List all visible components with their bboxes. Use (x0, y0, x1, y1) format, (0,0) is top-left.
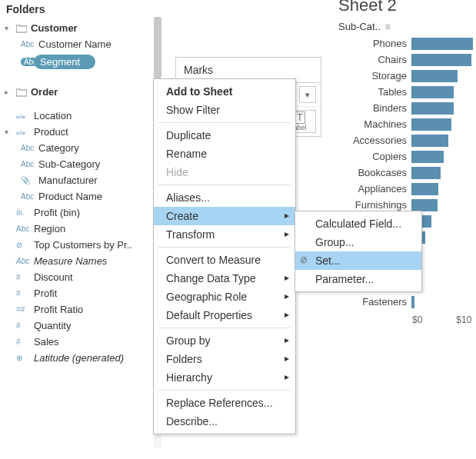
folder-product[interactable]: ▾ ₒ₀ₒ Product (3, 124, 157, 140)
chart-row[interactable]: Storage (338, 68, 473, 84)
field-profit[interactable]: ▸ # Profit (3, 285, 157, 301)
menu-geographic-role[interactable]: Geographic Role▸ (154, 288, 295, 306)
number-type-icon: # (16, 321, 30, 330)
field-label: Latitude (generated) (34, 352, 124, 364)
field-manufacturer[interactable]: 📎 Manufacturer (3, 172, 157, 188)
menu-convert-to-measure[interactable]: Convert to Measure (154, 251, 295, 269)
chart-row[interactable]: Machines (338, 116, 473, 132)
chart-category-label: Tables (338, 86, 411, 98)
menu-hierarchy[interactable]: Hierarchy▸ (154, 368, 295, 387)
menu-create[interactable]: Create▸ (154, 207, 295, 225)
chart-row[interactable]: Tables (338, 84, 473, 100)
chart-row[interactable]: Copiers (338, 148, 473, 165)
field-customer-name[interactable]: Abc Customer Name (3, 36, 157, 52)
menu-separator (158, 328, 291, 328)
submenu-parameter[interactable]: Parameter... (295, 270, 421, 288)
field-context-menu: Add to Sheet Show Filter Duplicate Renam… (153, 78, 296, 434)
folder-order[interactable]: ▸ Order (3, 84, 157, 100)
menu-default-properties[interactable]: Default Properties▸ (154, 306, 295, 324)
chart-category-label: Fasteners (338, 296, 411, 308)
field-measure-names[interactable]: ▸ Abc Measure Names (3, 253, 157, 269)
menu-group-by[interactable]: Group by▸ (154, 331, 295, 350)
chart-column-header[interactable]: Sub-Cat.. ≡ (338, 21, 391, 32)
submenu-calculated-field[interactable]: Calculated Field... (295, 215, 421, 233)
menu-aliases[interactable]: Aliases... (154, 188, 295, 207)
chart-bar (411, 70, 458, 82)
number-type-icon: # (16, 338, 30, 346)
submenu-arrow-icon: ▸ (285, 334, 289, 345)
chevron-right-icon: ▸ (5, 88, 12, 96)
field-label: Manufacturer (38, 175, 98, 186)
field-profit-ratio[interactable]: ▸ =# Profit Ratio (3, 301, 157, 318)
chart-category-label: Machines (338, 118, 411, 130)
chart-x-axis: $0$10 (412, 314, 473, 325)
mark-type-dropdown[interactable]: ▾ (299, 86, 316, 103)
field-sub-category[interactable]: Abc Sub-Category (3, 156, 157, 172)
submenu-arrow-icon: ▸ (285, 309, 289, 320)
menu-transform[interactable]: Transform▸ (154, 225, 295, 244)
text-icon: T (295, 111, 305, 124)
chart-column-label: Sub-Cat.. (338, 21, 381, 32)
chart-row[interactable]: Appliances (338, 181, 473, 197)
submenu-group[interactable]: Group... (295, 233, 421, 251)
scrollbar-thumb[interactable] (154, 17, 161, 78)
menu-separator (158, 122, 291, 123)
field-label: Location (34, 110, 72, 121)
menu-hide: Hide (154, 163, 295, 181)
chart-row[interactable]: Binders (338, 100, 473, 116)
axis-tick: $10 (456, 314, 471, 325)
field-label: Top Customers by Pr.. (34, 239, 132, 251)
number-type-icon: # (16, 289, 30, 298)
chart-row[interactable]: Chairs (338, 52, 473, 68)
field-location[interactable]: ▸ ₒ₀ₒ Location (3, 108, 157, 124)
menu-change-data-type[interactable]: Change Data Type▸ (154, 269, 295, 288)
field-profit-bin[interactable]: ▸ ılı. Profit (bin) (3, 205, 157, 221)
menu-replace-references[interactable]: Replace References... (154, 394, 295, 412)
field-top-customers[interactable]: ▸ ⊘ Top Customers by Pr.. (3, 237, 157, 253)
chart-row[interactable]: Fasteners (338, 294, 473, 310)
folder-label: Customer (31, 22, 78, 34)
chart-category-label: Phones (338, 38, 411, 49)
axis-tick: $0 (412, 314, 422, 325)
field-segment[interactable]: Abc Segment (3, 52, 157, 72)
menu-show-filter[interactable]: Show Filter (154, 101, 295, 119)
menu-describe[interactable]: Describe... (154, 412, 295, 431)
menu-default-properties-label: Default Properties (166, 309, 252, 321)
field-product-name[interactable]: Abc Product Name (3, 188, 157, 205)
field-region[interactable]: ▸ Abc Region (3, 221, 157, 237)
text-type-icon: Abc (21, 192, 35, 201)
field-sales[interactable]: ▸ # Sales (3, 334, 157, 350)
field-latitude[interactable]: ▸ ⊕ Latitude (generated) (3, 350, 157, 366)
text-type-icon: Abc (21, 58, 35, 66)
globe-icon: ⊕ (16, 354, 30, 362)
chart-category-label: Copiers (338, 151, 411, 162)
menu-rename[interactable]: Rename (154, 145, 295, 163)
field-discount[interactable]: ▸ # Discount (3, 269, 157, 285)
chart-category-label: Binders (338, 102, 411, 114)
set-icon: ⊘ (16, 241, 30, 249)
submenu-arrow-icon: ▸ (285, 228, 289, 239)
menu-folders[interactable]: Folders▸ (154, 350, 295, 368)
field-category[interactable]: Abc Category (3, 140, 157, 156)
menu-add-to-sheet[interactable]: Add to Sheet (154, 82, 295, 101)
chart-row[interactable]: Accessories (338, 132, 473, 148)
chart-row[interactable]: Bookcases (338, 165, 473, 181)
text-type-icon: Abc (21, 40, 35, 48)
menu-geographic-role-label: Geographic Role (166, 291, 247, 303)
field-label: Profit (34, 288, 57, 299)
field-label: Product Name (38, 191, 102, 202)
submenu-set[interactable]: ⊘ Set... (295, 251, 421, 270)
menu-transform-label: Transform (166, 228, 215, 241)
submenu-set-label: Set... (315, 254, 341, 267)
menu-duplicate[interactable]: Duplicate (154, 126, 295, 145)
chart-row[interactable]: Phones (338, 35, 473, 52)
field-label: Category (38, 142, 79, 154)
chart-category-label: Accessories (338, 135, 411, 146)
folder-icon (16, 88, 27, 97)
chart-bar (411, 135, 448, 147)
folder-customer[interactable]: ▾ Customer (3, 20, 157, 36)
text-type-icon: Abc (16, 225, 30, 233)
folders-title: Folders (3, 0, 157, 20)
field-quantity[interactable]: ▸ # Quantity (3, 318, 157, 334)
text-type-icon: Abc (21, 144, 35, 152)
